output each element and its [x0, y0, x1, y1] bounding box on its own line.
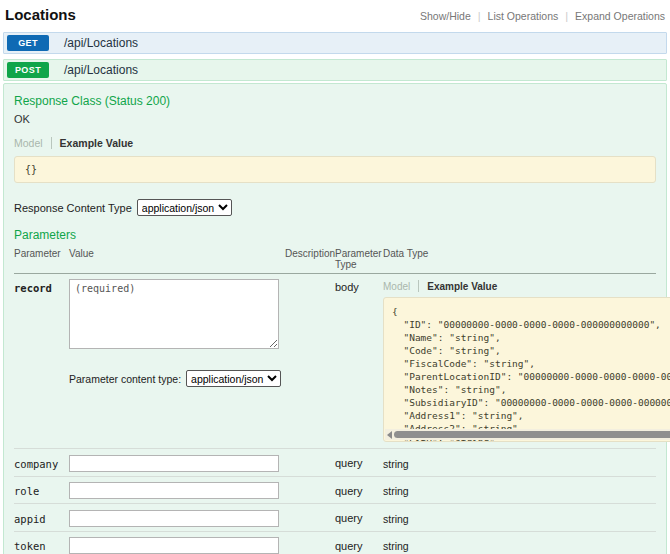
- param-name-record: record: [14, 279, 69, 442]
- parameters-heading: Parameters: [14, 228, 656, 242]
- get-path[interactable]: /api/Locations: [64, 36, 138, 50]
- response-example-code: {}: [14, 156, 656, 183]
- token-input[interactable]: [69, 537, 279, 554]
- data-type-role: string: [383, 482, 656, 497]
- data-type-token: string: [383, 537, 656, 552]
- expand-operations-link[interactable]: Expand Operations: [575, 10, 665, 22]
- get-method-badge[interactable]: GET: [7, 35, 49, 51]
- swagger-page: Locations Show/Hide | List Operations | …: [0, 0, 670, 554]
- data-type-appid: string: [383, 510, 656, 525]
- record-example-json-box: { "ID": "00000000-0000-0000-0000-0000000…: [383, 297, 670, 442]
- col-description: Description: [285, 248, 335, 270]
- param-row-role: role query string: [14, 476, 656, 504]
- role-input[interactable]: [69, 482, 279, 499]
- post-method-badge[interactable]: POST: [7, 62, 49, 78]
- col-parameter-type: Parameter Type: [335, 248, 383, 270]
- record-tab-example-value[interactable]: Example Value: [427, 281, 497, 292]
- param-name-company: company: [14, 455, 69, 470]
- record-body-textarea[interactable]: [69, 279, 279, 349]
- header-links: Show/Hide | List Operations | Expand Ope…: [420, 10, 665, 22]
- tab-divider: [418, 280, 419, 292]
- tab-example-value[interactable]: Example Value: [60, 137, 134, 149]
- param-type-token: query: [335, 538, 383, 552]
- param-row-token: token query string: [14, 531, 656, 554]
- param-row-appid: appid query string: [14, 503, 656, 531]
- response-class-heading: Response Class (Status 200): [14, 94, 656, 108]
- parameters-table-header: Parameter Value Description Parameter Ty…: [14, 248, 656, 274]
- operation-row-get[interactable]: GET /api/Locations: [3, 32, 667, 54]
- parameter-content-type-select[interactable]: application/json: [186, 370, 281, 387]
- col-data-type: Data Type: [383, 248, 656, 270]
- param-value-cell: [69, 536, 285, 554]
- response-content-type-label: Response Content Type: [14, 202, 132, 214]
- param-value-cell: [69, 508, 285, 527]
- param-value-cell: [69, 453, 285, 472]
- data-type-company: string: [383, 455, 656, 470]
- operation-row-post[interactable]: POST /api/Locations: [3, 59, 667, 81]
- param-type-role: query: [335, 483, 383, 497]
- param-name-appid: appid: [14, 510, 69, 525]
- parameter-content-type-row: Parameter content type: application/json: [69, 370, 285, 387]
- show-hide-link[interactable]: Show/Hide: [420, 10, 471, 22]
- record-tabs: Model Example Value: [383, 280, 670, 292]
- appid-input[interactable]: [69, 510, 279, 527]
- page-title: Locations: [5, 6, 76, 23]
- link-separator: |: [558, 10, 575, 22]
- record-example-json[interactable]: { "ID": "00000000-0000-0000-0000-0000000…: [384, 298, 670, 441]
- param-type-company: query: [335, 455, 383, 469]
- scrollbar-thumb[interactable]: [394, 431, 670, 438]
- param-value-cell: [69, 481, 285, 500]
- record-model-cell: Model Example Value { "ID": "00000000-00…: [383, 279, 670, 442]
- link-separator: |: [471, 10, 488, 22]
- horizontal-scrollbar[interactable]: [385, 429, 670, 440]
- param-row-record: record Parameter content type: applicati…: [14, 274, 656, 448]
- tab-model[interactable]: Model: [14, 137, 43, 149]
- param-value-cell: Parameter content type: application/json: [69, 279, 285, 442]
- post-operation-content: Response Class (Status 200) OK Model Exa…: [3, 83, 667, 554]
- response-content-type-select[interactable]: application/json: [137, 199, 232, 216]
- col-value: Value: [69, 248, 285, 270]
- param-row-company: company query string: [14, 448, 656, 476]
- list-operations-link[interactable]: List Operations: [488, 10, 559, 22]
- response-content-type-row: Response Content Type application/json: [14, 199, 656, 216]
- tab-divider: [51, 137, 52, 149]
- parameters-table: Parameter Value Description Parameter Ty…: [14, 248, 656, 554]
- post-path[interactable]: /api/Locations: [64, 63, 138, 77]
- company-input[interactable]: [69, 455, 279, 472]
- param-description-cell: [285, 279, 335, 442]
- record-tab-model[interactable]: Model: [383, 281, 410, 292]
- parameter-content-type-label: Parameter content type:: [69, 373, 181, 385]
- response-description: OK: [14, 113, 656, 125]
- scroll-left-arrow-icon[interactable]: [387, 431, 392, 439]
- param-type-record: body: [335, 279, 383, 442]
- param-name-token: token: [14, 537, 69, 552]
- param-type-appid: query: [335, 510, 383, 524]
- param-name-role: role: [14, 482, 69, 497]
- section-header: Locations Show/Hide | List Operations | …: [3, 3, 667, 27]
- col-parameter: Parameter: [14, 248, 69, 270]
- response-tabs: Model Example Value: [14, 137, 656, 149]
